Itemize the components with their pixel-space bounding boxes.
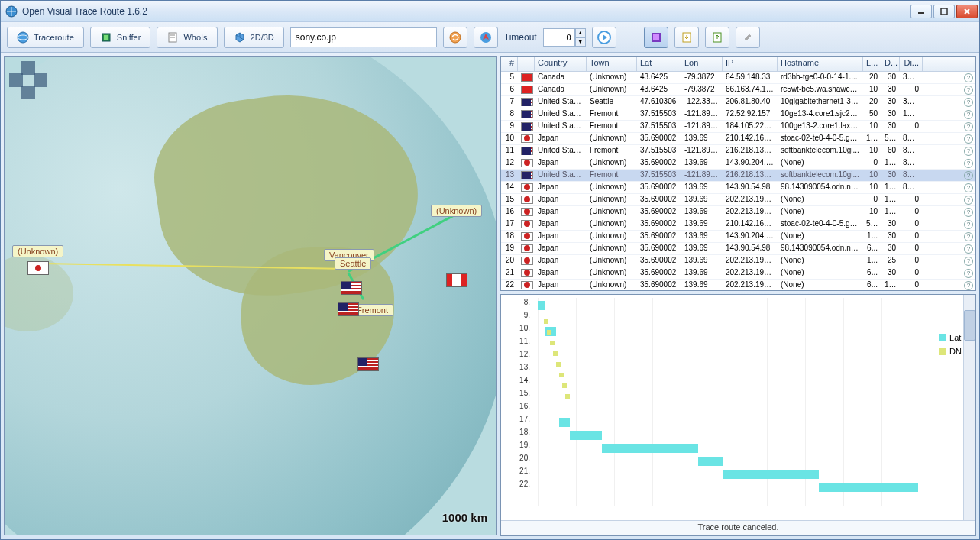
layer-button[interactable] xyxy=(644,27,668,48)
whois-button[interactable]: WhoIs xyxy=(157,27,217,48)
help-icon[interactable]: ? xyxy=(964,171,973,180)
table-row[interactable]: 5Canada(Unknown)43.6425-79.387264.59.148… xyxy=(501,72,975,84)
timeout-label: Timeout xyxy=(504,32,537,43)
table-row[interactable]: 7United StatesSeattle47.610306-122.33412… xyxy=(501,96,975,108)
target-host-input[interactable] xyxy=(290,27,437,47)
help-icon[interactable]: ? xyxy=(964,134,973,144)
table-row[interactable]: 12Japan(Unknown)35.690002139.69143.90.20… xyxy=(501,157,975,170)
map-city-label: (Unknown) xyxy=(431,205,482,217)
column-header[interactable]: Town xyxy=(587,57,637,71)
table-row[interactable]: 14Japan(Unknown)35.690002139.69143.90.54… xyxy=(501,182,975,194)
chart-scrollbar[interactable] xyxy=(963,295,975,520)
pan-right[interactable] xyxy=(34,73,47,87)
help-icon[interactable]: ? xyxy=(964,73,973,82)
flag-canada xyxy=(446,273,467,287)
table-row[interactable]: 17Japan(Unknown)35.690002139.69210.142.1… xyxy=(501,218,975,231)
column-header[interactable]: IP xyxy=(723,57,778,71)
chart-bar xyxy=(538,301,545,310)
minimize-button[interactable] xyxy=(910,5,932,18)
help-icon[interactable]: ? xyxy=(964,110,973,119)
traceroute-button[interactable]: Traceroute xyxy=(7,27,84,48)
table-row[interactable]: 16Japan(Unknown)35.690002139.69202.213.1… xyxy=(501,206,975,218)
column-header[interactable]: D... xyxy=(881,57,900,71)
refresh-button[interactable] xyxy=(443,27,467,48)
svg-rect-14 xyxy=(653,34,659,40)
column-header[interactable]: Lat xyxy=(637,57,681,71)
help-icon[interactable]: ? xyxy=(964,147,973,156)
table-row[interactable]: 9United StatesFremont37.515503-121.896..… xyxy=(501,121,975,133)
import-button[interactable] xyxy=(705,27,729,48)
table-body[interactable]: 5Canada(Unknown)43.6425-79.387264.59.148… xyxy=(501,72,975,290)
help-icon[interactable]: ? xyxy=(964,269,973,278)
export-button[interactable] xyxy=(674,27,699,48)
column-header[interactable]: L... xyxy=(863,57,881,71)
help-icon[interactable]: ? xyxy=(964,257,973,266)
hops-table: #CountryTownLatLonIPHostnameL...D...Di..… xyxy=(500,56,976,291)
flag-usa xyxy=(338,302,359,316)
help-icon[interactable]: ? xyxy=(964,244,973,254)
flag-usa xyxy=(341,281,362,295)
titlebar: Open Visual Trace Route 1.6.2 xyxy=(1,1,979,22)
chart-bar xyxy=(602,444,698,453)
timeout-down[interactable]: ▼ xyxy=(575,37,586,47)
latency-chart: 8.9.10.11.12.13.14.15.16.17.18.19.20.21.… xyxy=(500,294,976,536)
svg-rect-2 xyxy=(941,8,947,15)
sniffer-button[interactable]: Sniffer xyxy=(90,27,151,48)
map-nav-control[interactable] xyxy=(9,61,47,99)
timeout-spinner[interactable]: ▲▼ xyxy=(543,28,586,47)
svg-rect-6 xyxy=(104,35,108,40)
help-icon[interactable]: ? xyxy=(964,183,973,192)
globe-icon xyxy=(17,31,29,44)
column-header[interactable]: Di... xyxy=(900,57,923,71)
chart-bar xyxy=(570,431,602,440)
table-row[interactable]: 19Japan(Unknown)35.690002139.69143.90.54… xyxy=(501,243,975,255)
column-header[interactable]: # xyxy=(501,57,518,71)
play-button[interactable] xyxy=(592,27,616,48)
map-scale: 1000 km xyxy=(442,511,487,524)
table-row[interactable]: 15Japan(Unknown)35.690002139.69202.213.1… xyxy=(501,194,975,206)
column-header[interactable]: Lon xyxy=(681,57,723,71)
column-header[interactable] xyxy=(518,57,535,71)
table-row[interactable]: 8United StatesFremont37.515503-121.896..… xyxy=(501,108,975,121)
help-icon[interactable]: ? xyxy=(964,281,973,290)
help-icon[interactable]: ? xyxy=(964,122,973,131)
close-button[interactable] xyxy=(956,5,978,18)
view-toggle-button[interactable]: 2D/3D xyxy=(224,27,284,48)
globe xyxy=(4,56,497,535)
settings-button[interactable] xyxy=(736,27,760,48)
help-icon[interactable]: ? xyxy=(964,98,973,107)
chart-legend: LatDN xyxy=(939,333,962,361)
table-row[interactable]: 21Japan(Unknown)35.690002139.69202.213.1… xyxy=(501,267,975,280)
help-icon[interactable]: ? xyxy=(964,86,973,95)
table-row[interactable]: 10Japan(Unknown)35.690002139.69210.142.1… xyxy=(501,133,975,145)
table-row[interactable]: 13United StatesFremont37.515503-121.896.… xyxy=(501,170,975,182)
toolbar: Traceroute Sniffer WhoIs 2D/3D Timeout ▲… xyxy=(1,22,979,53)
document-icon xyxy=(167,31,179,44)
column-header[interactable]: Country xyxy=(535,57,587,71)
timeout-up[interactable]: ▲ xyxy=(575,28,586,37)
timeout-input[interactable] xyxy=(543,28,575,47)
map-city-label: (Unknown) xyxy=(12,245,63,257)
maximize-button[interactable] xyxy=(933,5,955,18)
pan-down[interactable] xyxy=(21,86,35,99)
help-icon[interactable]: ? xyxy=(964,208,973,217)
help-icon[interactable]: ? xyxy=(964,196,973,205)
table-row[interactable]: 11United StatesFremont37.515503-121.896.… xyxy=(501,145,975,157)
map-pane[interactable]: (Unknown)VancouverSeattleFremont(Unknown… xyxy=(4,56,497,535)
app-window: Open Visual Trace Route 1.6.2 Traceroute… xyxy=(0,0,980,540)
table-row[interactable]: 18Japan(Unknown)35.690002139.69143.90.20… xyxy=(501,231,975,243)
column-header[interactable]: Hostname xyxy=(778,57,863,71)
table-row[interactable]: 20Japan(Unknown)35.690002139.69202.213.1… xyxy=(501,255,975,267)
help-icon[interactable]: ? xyxy=(964,232,973,241)
help-icon[interactable]: ? xyxy=(964,159,973,168)
table-row[interactable]: 6Canada(Unknown)43.6425-79.387266.163.74… xyxy=(501,84,975,96)
locate-button[interactable] xyxy=(474,27,498,48)
help-icon[interactable]: ? xyxy=(964,220,973,229)
table-row[interactable]: 22Japan(Unknown)35.690002139.69202.213.1… xyxy=(501,280,975,290)
main-area: (Unknown)VancouverSeattleFremont(Unknown… xyxy=(1,53,979,539)
map-city-label: Seattle xyxy=(335,257,371,270)
cube-icon xyxy=(234,31,246,44)
column-header[interactable] xyxy=(923,57,936,71)
app-icon xyxy=(5,5,18,18)
svg-point-3 xyxy=(18,32,28,43)
